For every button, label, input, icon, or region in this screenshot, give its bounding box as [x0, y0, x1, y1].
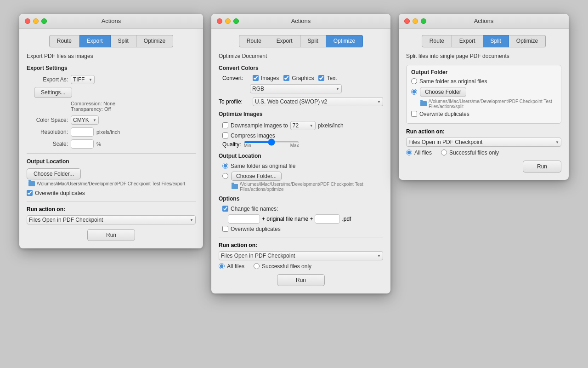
export-settings-header: Export Settings — [27, 65, 196, 71]
choose-folder-radio[interactable] — [222, 173, 228, 179]
downsample-checkbox[interactable] — [222, 122, 228, 128]
compress-checkbox[interactable] — [222, 132, 228, 138]
overwrite-duplicates-label: Overwrite duplicates — [35, 190, 85, 196]
run-button[interactable]: Run — [87, 229, 135, 241]
same-folder-radio-row: Same folder as original file — [222, 163, 383, 169]
same-folder-radio-3[interactable] — [411, 78, 417, 84]
zoom-button[interactable] — [41, 18, 47, 24]
rgb-wrapper: RGB — [250, 84, 342, 93]
overwrite-duplicates-checkbox[interactable] — [27, 190, 33, 196]
run-section-3: Run action on: Files Open in PDF Checkpo… — [406, 128, 561, 156]
graphics-checkbox[interactable] — [283, 75, 289, 81]
export-as-row: Export As: TIFF — [27, 75, 196, 84]
window-title-2: Actions — [291, 17, 311, 24]
folder-path-3: /Volumes/iMac/Users/me/Development/PDF C… — [420, 99, 556, 109]
choose-folder-button-3[interactable]: Choose Folder — [420, 87, 466, 97]
tab-bar-split: Route Export Split Optimize — [406, 35, 561, 47]
tab-bar-optimize: Route Export Split Optimize — [219, 35, 383, 47]
close-button-3[interactable] — [404, 18, 410, 24]
tab-optimize-3[interactable]: Optimize — [509, 35, 546, 47]
overwrite-duplicates-row: Overwrite duplicates — [27, 190, 196, 196]
scale-input[interactable]: 100 — [71, 139, 94, 149]
resolution-unit: pixels/inch — [96, 129, 120, 135]
same-folder-radio-row-3: Same folder as original files — [411, 78, 556, 85]
prefix-input[interactable] — [228, 214, 260, 224]
minimize-button-3[interactable] — [413, 18, 418, 24]
overwrite-duplicates-checkbox-2[interactable] — [222, 226, 228, 232]
convert-colors-header: Convert Colors — [219, 65, 383, 71]
zoom-button-2[interactable] — [233, 18, 239, 24]
rgb-select[interactable]: RGB — [250, 84, 342, 93]
choose-folder-button[interactable]: Choose Folder... — [27, 168, 81, 179]
text-checkbox[interactable] — [318, 75, 324, 81]
tab-export-2[interactable]: Export — [269, 35, 300, 47]
choose-folder-radio-3[interactable] — [411, 89, 417, 95]
minimize-button-2[interactable] — [225, 18, 231, 24]
close-button[interactable] — [25, 18, 30, 24]
output-location-header: Output Location — [27, 158, 196, 165]
convert-options: Images Graphics Text — [253, 75, 337, 81]
export-as-select[interactable]: TIFF — [71, 75, 95, 84]
tab-optimize-2[interactable]: Optimize — [326, 35, 363, 47]
close-button-2[interactable] — [217, 18, 222, 24]
suffix-input[interactable]: -cmyk — [315, 214, 340, 224]
run-action-select[interactable]: Files Open in PDF Checkpoint — [27, 215, 196, 224]
to-profile-select[interactable]: U.S. Web Coated (SWOP) v2 — [253, 97, 383, 106]
graphics-checkbox-row: Graphics — [283, 75, 314, 81]
graphics-label: Graphics — [292, 75, 314, 81]
export-as-label: Export As: — [27, 76, 68, 83]
tab-optimize[interactable]: Optimize — [136, 35, 173, 47]
run-action-label: Run action on: — [27, 206, 196, 213]
run-button-3[interactable]: Run — [523, 161, 561, 172]
run-action-wrapper-3: Files Open in PDF Checkpoint — [406, 138, 561, 147]
choose-folder-radio-row-3: Choose Folder — [411, 87, 556, 97]
images-checkbox-row: Images — [253, 75, 279, 81]
tab-route-2[interactable]: Route — [239, 35, 269, 47]
plus-original-text: + original file name + — [262, 216, 313, 222]
to-profile-label: To profile: — [219, 98, 250, 105]
tab-split[interactable]: Split — [111, 35, 136, 47]
run-button-row-3: Run — [406, 161, 561, 172]
run-action-label-2: Run action on: — [219, 242, 383, 248]
tab-split-2[interactable]: Split — [300, 35, 326, 47]
settings-button[interactable]: Settings... — [34, 87, 72, 98]
rgb-row: RGB — [250, 84, 383, 93]
all-files-radio-3[interactable] — [406, 150, 412, 155]
tab-route-3[interactable]: Route — [422, 35, 452, 47]
titlebar-export: Actions — [19, 14, 203, 29]
compression-label: Compression: None — [71, 101, 196, 106]
overwrite-duplicates-checkbox-3[interactable] — [411, 111, 417, 117]
convert-label: Convert: — [222, 75, 250, 81]
tab-export-3[interactable]: Export — [452, 35, 483, 47]
output-folder-header: Output Folder — [411, 69, 556, 75]
tab-split-3[interactable]: Split — [483, 35, 509, 47]
downsample-value-select[interactable]: 72 — [290, 121, 316, 130]
quality-slider-container: Min Max — [244, 141, 299, 148]
color-space-select[interactable]: CMYK — [71, 115, 99, 125]
successful-files-radio-3[interactable] — [441, 150, 447, 155]
zoom-button-3[interactable] — [421, 18, 426, 24]
tab-export[interactable]: Export — [79, 35, 111, 47]
tab-route[interactable]: Route — [49, 35, 79, 47]
choose-folder-radio-row: Choose Folder... — [222, 172, 383, 181]
run-action-select-3[interactable]: Files Open in PDF Checkpoint — [406, 138, 561, 147]
transparency-label: Transparency: Off — [71, 106, 196, 112]
minimize-button[interactable] — [33, 18, 39, 24]
same-folder-radio[interactable] — [222, 163, 228, 169]
overwrite-duplicates-label-3: Overwrite duplicates — [419, 111, 469, 117]
images-checkbox[interactable] — [253, 75, 259, 81]
file-name-pattern-row: + original file name + -cmyk .pdf — [228, 214, 383, 224]
successful-files-radio-2[interactable] — [254, 263, 260, 269]
run-button-2[interactable]: Run — [277, 274, 325, 286]
choose-folder-button-2[interactable]: Choose Folder... — [231, 172, 282, 181]
quality-max: Max — [290, 143, 299, 148]
optimize-images-header: Optimize Images — [219, 111, 383, 117]
change-file-names-checkbox[interactable] — [222, 206, 228, 212]
run-action-wrapper: Files Open in PDF Checkpoint — [27, 215, 196, 224]
folder-icon-3 — [420, 101, 427, 106]
all-files-radio-2[interactable] — [219, 263, 225, 269]
titlebar-split: Actions — [399, 14, 569, 29]
run-action-select-2[interactable]: Files Open in PDF Checkpoint — [219, 251, 383, 260]
resolution-input[interactable]: 300 — [71, 127, 94, 137]
scale-unit: % — [96, 141, 101, 147]
